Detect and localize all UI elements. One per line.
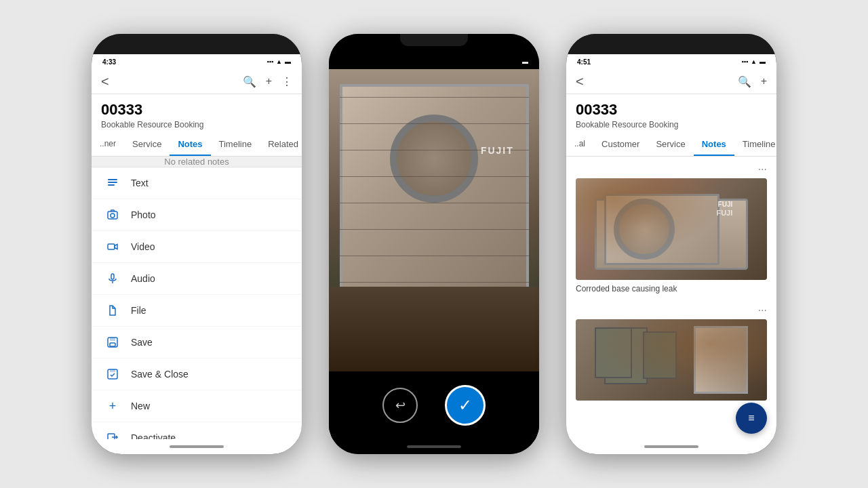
- menu-photo[interactable]: Photo: [92, 199, 302, 231]
- tab-bar-left: ..ner Service Notes Timeline Related: [92, 132, 302, 157]
- status-icons-right: ▪▪▪ ▲ ▬: [742, 58, 766, 65]
- home-indicator-left: [170, 445, 224, 448]
- menu-save-close[interactable]: Save & Close: [92, 359, 302, 390]
- home-indicator-right: [644, 445, 698, 448]
- status-icons-left: ▪▪▪ ▲ ▬: [267, 58, 292, 65]
- tab-service-left[interactable]: Service: [124, 132, 170, 156]
- tab-customer-right[interactable]: Customer: [593, 132, 648, 156]
- note-photo-1: FUJI: [576, 178, 767, 280]
- phone-center-top: [329, 34, 539, 54]
- note-card-2: ···: [576, 304, 767, 401]
- tab-general-right[interactable]: ..al: [566, 132, 593, 156]
- app-header-left: < 🔍 + ⋮: [92, 69, 302, 94]
- status-icons-center: ▬: [522, 58, 528, 65]
- status-bar-right: 4:51 ▪▪▪ ▲ ▬: [566, 54, 776, 69]
- tab-service-right[interactable]: Service: [648, 132, 693, 156]
- tab-notes-left[interactable]: Notes: [170, 132, 210, 156]
- svg-rect-13: [108, 434, 115, 439]
- menu-audio[interactable]: Audio: [92, 263, 302, 295]
- svg-rect-5: [108, 244, 115, 249]
- tab-timeline-right[interactable]: Timeline: [734, 132, 776, 156]
- status-bar-center: ▬: [329, 54, 539, 69]
- note-more-button-1[interactable]: ···: [758, 163, 767, 176]
- menu-deactivate[interactable]: Deactivate: [92, 422, 302, 439]
- svg-rect-10: [110, 343, 115, 346]
- camera-photo: [329, 69, 539, 371]
- rust-overlay-2: [576, 319, 767, 401]
- grill-line-7: [340, 256, 529, 256]
- camera-confirm-button[interactable]: ✓: [445, 385, 486, 426]
- no-notes-text: No related notes: [164, 157, 229, 167]
- note-image-1: FUJI: [576, 178, 767, 280]
- note-card-1-header: ···: [576, 163, 767, 176]
- screen-right: < 🔍 + 00333 Bookable Resource Booking ..…: [566, 69, 776, 439]
- svg-rect-2: [108, 184, 115, 186]
- menu-text[interactable]: Text: [92, 167, 302, 199]
- text-icon: [105, 176, 120, 190]
- menu-audio-label: Audio: [131, 273, 155, 284]
- screen-center: ↩ ✓: [329, 69, 539, 439]
- note-more-button-2[interactable]: ···: [758, 304, 767, 317]
- status-time-right: 4:51: [577, 58, 591, 66]
- photo-icon: [105, 207, 120, 222]
- tab-timeline-left[interactable]: Timeline: [211, 132, 260, 156]
- camera-view: ↩ ✓: [329, 69, 539, 439]
- add-icon-left[interactable]: +: [266, 75, 272, 87]
- notch-right: [637, 34, 705, 46]
- grill-line-5: [340, 203, 529, 203]
- menu-new-label: New: [131, 401, 150, 411]
- camera-ground: [329, 287, 539, 371]
- add-icon-right[interactable]: +: [761, 75, 767, 87]
- grill-line-1: [340, 97, 529, 98]
- header-left-right: <: [576, 75, 584, 88]
- svg-rect-9: [110, 338, 115, 341]
- menu-text-label: Text: [131, 178, 149, 188]
- tab-general-left[interactable]: ..ner: [92, 132, 124, 156]
- status-signal-left: ▪▪▪: [267, 58, 274, 65]
- menu-new[interactable]: + New: [92, 390, 302, 422]
- grill-line-6: [340, 229, 529, 230]
- back-arrow-icon: ↩: [395, 398, 406, 413]
- audio-icon: [105, 271, 120, 286]
- note-caption-1: Corroded base causing leak: [576, 284, 767, 293]
- fab-button[interactable]: ≡: [736, 403, 767, 434]
- record-header-right: 00333 Bookable Resource Booking: [566, 94, 776, 132]
- battery-icon-right: ▬: [760, 58, 766, 65]
- battery-center: ▬: [522, 58, 528, 65]
- camera-ac-circle: [390, 115, 478, 203]
- note-card-2-header: ···: [576, 304, 767, 317]
- menu-video-label: Video: [131, 241, 155, 252]
- video-icon: [105, 239, 120, 254]
- context-menu-left: Text Photo: [92, 167, 302, 439]
- battery-icon-left: ▬: [285, 58, 291, 65]
- search-icon-right[interactable]: 🔍: [738, 75, 751, 88]
- notes-empty-left: No related notes: [92, 157, 302, 167]
- menu-photo-label: Photo: [131, 209, 156, 220]
- menu-file-label: File: [131, 305, 146, 316]
- note-image-2: [576, 319, 767, 401]
- camera-controls: ↩ ✓: [329, 371, 539, 439]
- more-icon-left[interactable]: ⋮: [281, 75, 292, 88]
- home-indicator-center: [407, 445, 461, 448]
- svg-rect-0: [108, 179, 117, 180]
- camera-image: [329, 69, 539, 371]
- phone-bottom-center: [329, 439, 539, 454]
- svg-rect-12: [110, 369, 115, 372]
- back-button-left[interactable]: <: [101, 75, 109, 88]
- tab-related-left[interactable]: Related: [260, 132, 302, 156]
- rust-overlay-1: [576, 178, 767, 280]
- phone-left-top: [92, 34, 302, 54]
- camera-back-button[interactable]: ↩: [382, 388, 418, 423]
- menu-save[interactable]: Save: [92, 327, 302, 359]
- menu-file[interactable]: File: [92, 295, 302, 327]
- note-card-1: ··· FUJI Corroded base causing leak: [576, 163, 767, 293]
- phone-left: 4:33 ▪▪▪ ▲ ▬ < 🔍 + ⋮ 00333 Bookable Re: [92, 34, 302, 454]
- header-icons-left: 🔍 + ⋮: [243, 75, 292, 88]
- notes-list: ··· FUJI Corroded base causing leak: [566, 157, 776, 439]
- back-button-right[interactable]: <: [576, 75, 584, 88]
- menu-video[interactable]: Video: [92, 231, 302, 263]
- search-icon-left[interactable]: 🔍: [243, 75, 256, 88]
- menu-save-close-label: Save & Close: [131, 369, 189, 380]
- record-number-right: 00333: [576, 101, 767, 119]
- tab-notes-right[interactable]: Notes: [694, 132, 734, 156]
